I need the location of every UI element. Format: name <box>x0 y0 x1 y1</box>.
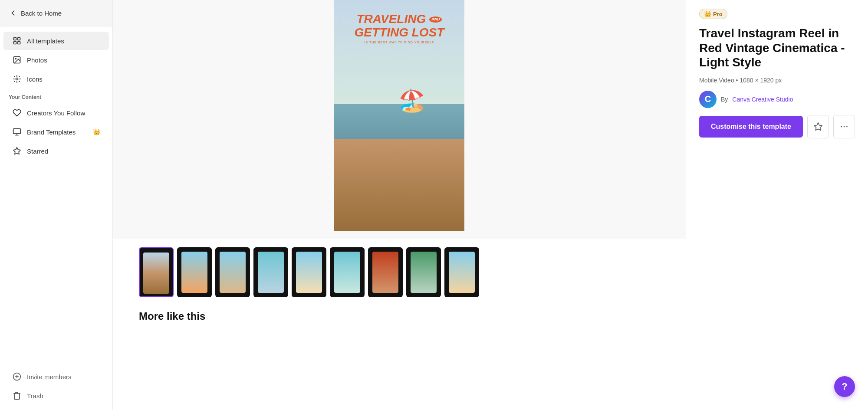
main-content: TRAVELING AND GETTING LOST IS THE BEST W… <box>113 0 686 410</box>
svg-point-6 <box>16 78 18 80</box>
brand-templates-label: Brand Templates <box>27 128 76 136</box>
customise-button[interactable]: Customise this template <box>699 116 803 138</box>
svg-marker-14 <box>814 123 822 130</box>
sidebar-nav: All templates Photos Icons Your <box>0 26 112 362</box>
sidebar: Back to Home All templates <box>0 0 113 410</box>
sidebar-item-all-templates[interactable]: All templates <box>3 32 109 50</box>
grid-icon <box>12 36 22 46</box>
beach-title-line1: TRAVELING AND <box>341 13 458 26</box>
ellipsis-icon <box>839 122 849 131</box>
thumb-inner-4 <box>296 252 322 293</box>
star-icon <box>12 146 22 156</box>
icons-icon <box>12 74 22 84</box>
svg-rect-7 <box>13 129 21 134</box>
svg-point-17 <box>846 126 848 127</box>
creators-label: Creators You Follow <box>27 109 85 117</box>
thumb-inner-1 <box>181 252 207 293</box>
svg-point-16 <box>844 126 845 127</box>
and-badge: AND <box>429 16 442 23</box>
sidebar-item-icons[interactable]: Icons <box>3 70 109 88</box>
creator-name-link[interactable]: Canva Creative Studio <box>732 96 793 103</box>
thumb-inner-7 <box>411 252 437 293</box>
thumbnail-3[interactable] <box>253 247 288 297</box>
trash-icon <box>12 391 22 400</box>
creator-avatar: C <box>699 91 717 108</box>
thumbnail-8[interactable] <box>444 247 479 297</box>
template-preview-area: TRAVELING AND GETTING LOST IS THE BEST W… <box>113 0 686 239</box>
svg-rect-3 <box>18 42 20 44</box>
beach-content: TRAVELING AND GETTING LOST IS THE BEST W… <box>334 0 464 231</box>
thumbnail-0[interactable] <box>139 247 174 297</box>
thumbnail-6[interactable] <box>368 247 403 297</box>
help-label: ? <box>842 381 847 392</box>
pro-label: Pro <box>713 11 723 17</box>
photos-label: Photos <box>27 56 47 64</box>
sidebar-item-invite-members[interactable]: Invite members <box>3 367 109 386</box>
creator-row: C By Canva Creative Studio <box>699 91 855 108</box>
template-main-image: TRAVELING AND GETTING LOST IS THE BEST W… <box>334 0 464 231</box>
crown-icon: 👑 <box>93 128 100 135</box>
brand-icon <box>12 127 22 137</box>
arrow-left-icon <box>9 9 17 17</box>
beach-umbrella-icon: 🏖️ <box>398 88 425 113</box>
svg-point-5 <box>15 58 16 59</box>
thumb-inner-0 <box>143 253 169 294</box>
creator-by-text: By <box>721 96 728 103</box>
heart-icon <box>12 108 22 118</box>
photos-icon <box>12 55 22 65</box>
sidebar-item-creators-you-follow[interactable]: Creators You Follow <box>3 104 109 122</box>
thumbnail-5[interactable] <box>330 247 365 297</box>
more-like-this-heading: More like this <box>113 306 686 327</box>
all-templates-label: All templates <box>27 37 64 45</box>
thumbnail-1[interactable] <box>177 247 212 297</box>
template-title: Travel Instagram Reel in Red Vintage Cin… <box>699 26 855 70</box>
beach-subtitle: IS THE BEST WAY TO FIND YOURSELF <box>341 41 458 44</box>
svg-rect-0 <box>14 38 16 40</box>
beach-title-line2: GETTING LOST <box>341 26 458 39</box>
thumb-inner-5 <box>334 252 360 293</box>
sidebar-bottom: Invite members Trash <box>0 362 112 410</box>
beach-sand <box>334 139 464 231</box>
thumb-inner-8 <box>449 252 475 293</box>
thumb-inner-3 <box>258 252 284 293</box>
svg-marker-10 <box>13 148 21 154</box>
back-label: Back to Home <box>21 10 62 17</box>
beach-text-overlay: TRAVELING AND GETTING LOST IS THE BEST W… <box>341 13 458 44</box>
sidebar-item-trash[interactable]: Trash <box>3 387 109 405</box>
thumbnails-row <box>113 239 686 306</box>
star-button[interactable] <box>807 115 829 138</box>
thumbnail-7[interactable] <box>406 247 441 297</box>
crown-icon: 👑 <box>704 10 711 17</box>
sidebar-item-starred[interactable]: Starred <box>3 142 109 160</box>
pro-badge: 👑 Pro <box>699 9 727 19</box>
more-options-button[interactable] <box>833 115 855 138</box>
svg-rect-2 <box>14 42 16 44</box>
back-to-home-button[interactable]: Back to Home <box>0 0 112 26</box>
icons-label: Icons <box>27 75 43 83</box>
help-button[interactable]: ? <box>834 376 855 397</box>
plus-circle-icon <box>12 372 22 381</box>
star-outline-icon <box>813 122 823 131</box>
svg-point-15 <box>841 126 842 127</box>
thumbnail-2[interactable] <box>215 247 250 297</box>
action-row: Customise this template <box>699 115 855 138</box>
thumb-inner-2 <box>220 252 246 293</box>
template-meta: Mobile Video • 1080 × 1920 px <box>699 77 855 84</box>
svg-rect-1 <box>18 38 20 40</box>
sidebar-item-photos[interactable]: Photos <box>3 51 109 69</box>
your-content-label: Your Content <box>0 89 112 103</box>
invite-members-label: Invite members <box>27 373 72 380</box>
sidebar-item-brand-templates[interactable]: Brand Templates 👑 <box>3 123 109 141</box>
thumbnail-4[interactable] <box>292 247 326 297</box>
thumb-inner-6 <box>372 252 398 293</box>
right-panel: 👑 Pro Travel Instagram Reel in Red Vinta… <box>686 0 868 410</box>
trash-label: Trash <box>27 392 43 400</box>
starred-label: Starred <box>27 148 48 155</box>
